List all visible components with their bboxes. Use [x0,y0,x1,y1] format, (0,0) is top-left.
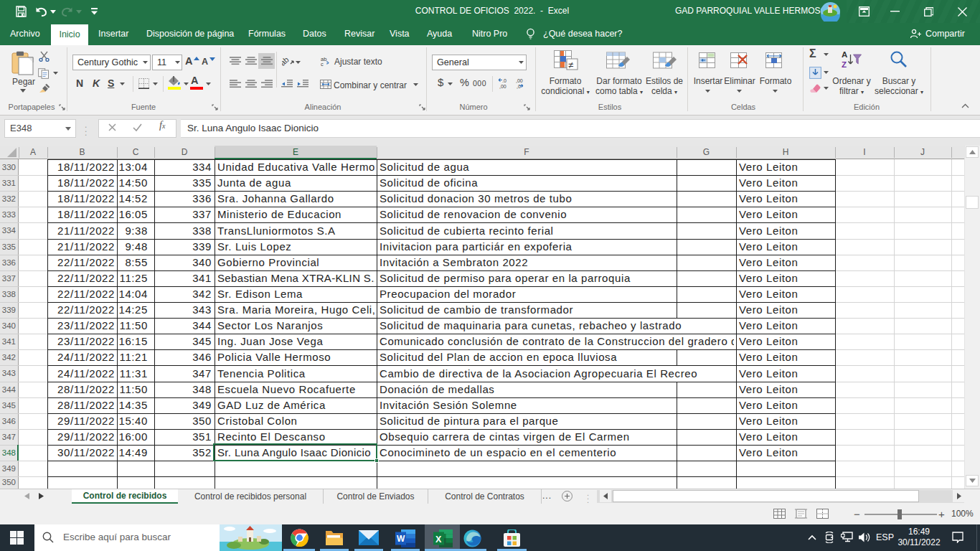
svg-text:Z: Z [842,60,847,69]
svg-text:,0: ,0 [517,84,521,89]
svg-text:c: c [321,61,324,67]
svg-text:,00: ,00 [516,78,523,83]
svg-text:≠: ≠ [568,60,573,70]
svg-text:ab: ab [282,55,291,67]
svg-text:W: W [397,534,405,544]
svg-text:,00: ,00 [499,84,507,89]
svg-text:X: X [435,534,442,545]
svg-text:.0: .0 [502,78,507,83]
svg-text:A: A [842,50,847,59]
